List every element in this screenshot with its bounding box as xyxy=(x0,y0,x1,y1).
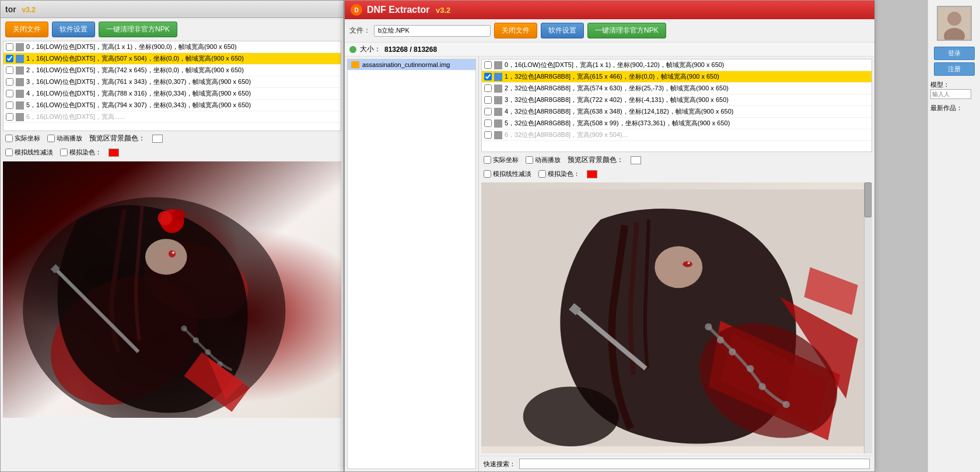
left-simulate-color-checkbox[interactable] xyxy=(60,149,68,156)
left-item-3-checkbox[interactable] xyxy=(6,78,13,86)
svg-point-34 xyxy=(523,386,619,446)
right-item-6-checkbox[interactable] xyxy=(484,131,492,139)
left-list-item[interactable]: 0，16(LOW)位色[DXT5]，宽高(1 x 1)，坐标(900,0)，帧域… xyxy=(4,41,341,53)
settings-button[interactable]: 软件设置 xyxy=(541,23,584,38)
avatar-image xyxy=(938,7,971,40)
right-item-3-checkbox[interactable] xyxy=(484,96,492,104)
right-list-item[interactable]: 4，32位色[A8R8G8B8]，宽高(638 x 348)，坐标(124,18… xyxy=(482,106,872,118)
left-item-0-checkbox[interactable] xyxy=(6,43,13,51)
left-clear-npk-button[interactable]: 一键清理非官方NPK xyxy=(99,22,177,37)
model-input[interactable] xyxy=(930,89,971,99)
left-list-item[interactable]: 2，16(LOW)位色[DXT5]，宽高(742 x 645)，坐标(0,0)，… xyxy=(4,65,341,76)
left-animation-label[interactable]: 动画播放 xyxy=(47,134,82,143)
left-item-4-checkbox[interactable] xyxy=(6,90,13,97)
right-options-bar-2: 模拟线性减淡 模拟染色： xyxy=(479,168,874,180)
right-item-1-checkbox[interactable] xyxy=(484,73,492,80)
quick-search-label: 快速搜索： xyxy=(484,460,516,469)
right-simulate-color-label[interactable]: 模拟染色： xyxy=(538,170,580,178)
main-toolbar: 文件： 关闭文件 软件设置 一键清理非官方NPK xyxy=(345,19,874,43)
right-preview-scrollbar[interactable] xyxy=(864,182,872,453)
left-real-coords-label[interactable]: 实际坐标 xyxy=(5,134,40,143)
latest-works-section: 最新作品： xyxy=(928,101,980,115)
register-button[interactable]: 注册 xyxy=(934,62,975,76)
left-list-item[interactable]: 5，16(LOW)位色[DXT5]，宽高(794 x 307)，坐标(0,343… xyxy=(4,100,341,111)
tree-item-label: assassination_cutinnormal.img xyxy=(362,61,450,68)
left-simulate-fade-text: 模拟线性减淡 xyxy=(15,148,53,157)
left-settings-button[interactable]: 软件设置 xyxy=(52,22,95,37)
left-simulate-color-swatch[interactable] xyxy=(108,149,119,157)
left-item-5-icon xyxy=(16,101,24,110)
right-simulate-color-text: 模拟染色： xyxy=(548,170,580,178)
left-item-1-checkbox[interactable] xyxy=(6,55,13,62)
left-item-2-icon xyxy=(16,66,24,75)
left-item-2-text: 2，16(LOW)位色[DXT5]，宽高(742 x 645)，坐标(0,0)，… xyxy=(26,66,244,75)
right-simulate-fade-checkbox[interactable] xyxy=(484,170,491,178)
svg-point-24 xyxy=(688,262,690,264)
left-simulate-color-label[interactable]: 模拟染色： xyxy=(60,148,102,157)
right-simulate-fade-label[interactable]: 模拟线性减淡 xyxy=(484,170,531,178)
right-animation-label[interactable]: 动画播放 xyxy=(526,156,561,164)
left-item-6-checkbox[interactable] xyxy=(6,113,13,121)
left-list-item-selected[interactable]: 1，16(LOW)位色[DXT5]，宽高(507 x 504)，坐标(0,0)，… xyxy=(4,53,341,65)
right-list-item[interactable]: 2，32位色[A8R8G8B8]，宽高(574 x 630)，坐标(25,-73… xyxy=(482,83,872,94)
close-file-button[interactable]: 关闭文件 xyxy=(494,23,537,38)
main-title-label: DNF Extractor xyxy=(367,5,430,15)
login-button[interactable]: 登录 xyxy=(934,47,975,60)
right-item-0-icon xyxy=(494,61,502,69)
right-real-coords-checkbox[interactable] xyxy=(484,156,491,164)
right-list-item-selected[interactable]: 1，32位色[A8R8G8B8]，宽高(615 x 466)，坐标(0,0)，帧… xyxy=(482,71,872,83)
file-input[interactable] xyxy=(374,25,491,37)
right-file-list[interactable]: 0，16(LOW)位色[DXT5]，宽高(1 x 1)，坐标(900,-120)… xyxy=(481,59,872,152)
right-item-4-text: 4，32位色[A8R8G8B8]，宽高(638 x 348)，坐标(124,18… xyxy=(505,107,734,116)
quick-search-input[interactable] xyxy=(519,459,870,469)
right-bg-color-label: 预览区背景颜色： xyxy=(568,155,624,165)
right-list-item[interactable]: 5，32位色[A8R8G8B8]，宽高(508 x 99)，坐标(373,361… xyxy=(482,118,872,129)
left-simulate-fade-checkbox[interactable] xyxy=(5,149,13,156)
right-preview-image xyxy=(481,182,864,453)
left-item-6-icon xyxy=(16,113,24,121)
right-item-4-checkbox[interactable] xyxy=(484,108,492,115)
left-list-item[interactable]: 6，16(LOW)位色[DXT5]，宽高...... xyxy=(4,111,341,123)
main-title-text: DNF Extractor v3.2 xyxy=(367,5,450,15)
right-list-item[interactable]: 3，32位色[A8R8G8B8]，宽高(722 x 402)，坐标(-4,131… xyxy=(482,94,872,106)
svg-point-14 xyxy=(145,239,187,274)
left-close-file-button[interactable]: 关闭文件 xyxy=(5,22,48,37)
left-options-bar-2: 模拟线性减淡 模拟染色： xyxy=(1,146,344,159)
right-item-3-text: 3，32位色[A8R8G8B8]，宽高(722 x 402)，坐标(-4,131… xyxy=(505,96,729,104)
left-item-0-icon xyxy=(16,43,24,51)
right-list-item[interactable]: 6，32位色[A8R8G8B8]，宽高(909 x 504)... xyxy=(482,129,872,141)
main-version: v3.2 xyxy=(436,6,450,15)
svg-point-36 xyxy=(947,12,961,26)
right-list-item[interactable]: 0，16(LOW)位色[DXT5]，宽高(1 x 1)，坐标(900,-120)… xyxy=(482,59,872,71)
right-item-2-text: 2，32位色[A8R8G8B8]，宽高(574 x 630)，坐标(25,-73… xyxy=(505,84,729,93)
right-item-0-checkbox[interactable] xyxy=(484,61,492,69)
model-section: 模型： xyxy=(928,78,980,101)
left-bg-color-swatch[interactable] xyxy=(152,135,163,143)
left-item-5-checkbox[interactable] xyxy=(6,101,13,109)
right-item-2-checkbox[interactable] xyxy=(484,84,492,92)
left-item-3-text: 3，16(LOW)位色[DXT5]，宽高(761 x 343)，坐标(0,307… xyxy=(26,78,251,86)
right-simulate-color-swatch[interactable] xyxy=(587,170,597,178)
right-item-1-icon xyxy=(494,73,502,81)
left-item-2-checkbox[interactable] xyxy=(6,66,13,74)
scrollbar-thumb[interactable] xyxy=(864,182,872,217)
right-real-coords-label[interactable]: 实际坐标 xyxy=(484,156,519,164)
left-real-coords-checkbox[interactable] xyxy=(5,135,13,142)
right-item-5-checkbox[interactable] xyxy=(484,119,492,127)
right-item-4-icon xyxy=(494,108,502,116)
model-label: 模型： xyxy=(930,81,950,88)
file-tree[interactable]: assassination_cutinnormal.img xyxy=(347,59,476,469)
status-indicator xyxy=(349,46,356,53)
right-bg-color-swatch[interactable] xyxy=(631,156,641,164)
left-list-item[interactable]: 3，16(LOW)位色[DXT5]，宽高(761 x 343)，坐标(0,307… xyxy=(4,76,341,88)
clear-npk-button[interactable]: 一键清理非官方NPK xyxy=(587,23,666,38)
right-animation-checkbox[interactable] xyxy=(526,156,533,164)
left-file-list[interactable]: 0，16(LOW)位色[DXT5]，宽高(1 x 1)，坐标(900,0)，帧域… xyxy=(3,41,341,131)
left-simulate-fade-label[interactable]: 模拟线性减淡 xyxy=(5,148,53,157)
tree-item-file[interactable]: assassination_cutinnormal.img xyxy=(348,59,475,71)
right-options-bar: 实际坐标 动画播放 预览区背景颜色： xyxy=(479,153,874,167)
left-list-item[interactable]: 4，16(LOW)位色[DXT5]，宽高(788 x 316)，坐标(0,334… xyxy=(4,88,341,100)
left-animation-checkbox[interactable] xyxy=(47,135,55,142)
right-simulate-color-checkbox[interactable] xyxy=(538,170,546,178)
svg-point-9 xyxy=(193,337,199,343)
